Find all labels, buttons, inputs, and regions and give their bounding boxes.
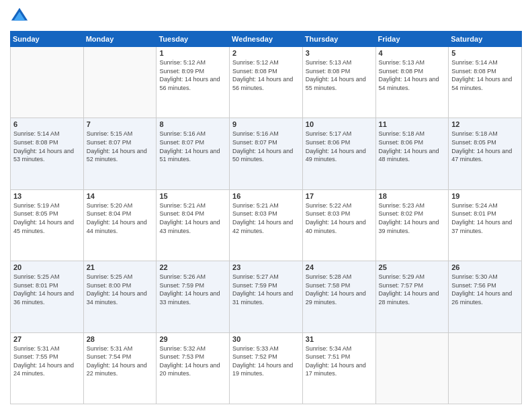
calendar-cell: 17Sunrise: 5:22 AMSunset: 8:03 PMDayligh… — [302, 189, 375, 261]
day-number: 17 — [306, 192, 373, 200]
day-info: Sunrise: 5:14 AMSunset: 8:08 PMDaylight:… — [13, 130, 81, 163]
calendar-cell: 8Sunrise: 5:16 AMSunset: 8:07 PMDaylight… — [157, 118, 230, 189]
daylight-text: Daylight: 14 hours and 43 minutes. — [159, 218, 226, 235]
daylight-text: Daylight: 14 hours and 54 minutes. — [379, 75, 446, 92]
day-info: Sunrise: 5:12 AMSunset: 8:09 PMDaylight:… — [159, 58, 226, 92]
weekday-header-saturday: Saturday — [449, 32, 522, 47]
day-info: Sunrise: 5:21 AMSunset: 8:04 PMDaylight:… — [159, 201, 226, 235]
calendar-cell: 20Sunrise: 5:25 AMSunset: 8:01 PMDayligh… — [11, 261, 84, 332]
daylight-text: Daylight: 14 hours and 49 minutes. — [306, 147, 373, 164]
day-number: 16 — [232, 192, 300, 200]
sunset-text: Sunset: 8:08 PM — [379, 67, 446, 76]
calendar-cell: 29Sunrise: 5:32 AMSunset: 7:53 PMDayligh… — [157, 332, 230, 404]
calendar-week-5: 27Sunrise: 5:31 AMSunset: 7:55 PMDayligh… — [11, 332, 522, 404]
calendar-cell: 18Sunrise: 5:23 AMSunset: 8:02 PMDayligh… — [375, 189, 449, 261]
calendar-cell: 19Sunrise: 5:24 AMSunset: 8:01 PMDayligh… — [449, 189, 522, 261]
daylight-text: Daylight: 14 hours and 56 minutes. — [232, 75, 300, 92]
day-info: Sunrise: 5:32 AMSunset: 7:53 PMDaylight:… — [159, 345, 226, 378]
sunset-text: Sunset: 8:03 PM — [306, 210, 373, 218]
sunrise-text: Sunrise: 5:16 AM — [232, 130, 300, 138]
daylight-text: Daylight: 14 hours and 37 minutes. — [451, 218, 519, 235]
daylight-text: Daylight: 14 hours and 28 minutes. — [379, 289, 446, 306]
weekday-header-monday: Monday — [83, 32, 157, 47]
daylight-text: Daylight: 14 hours and 56 minutes. — [159, 75, 226, 92]
daylight-text: Daylight: 14 hours and 22 minutes. — [87, 361, 154, 378]
calendar-cell — [375, 332, 449, 404]
day-number: 25 — [379, 263, 446, 271]
sunset-text: Sunset: 8:00 PM — [87, 281, 154, 290]
sunset-text: Sunset: 8:08 PM — [232, 67, 300, 76]
day-info: Sunrise: 5:28 AMSunset: 7:58 PMDaylight:… — [306, 273, 373, 306]
day-number: 21 — [87, 263, 154, 271]
sunset-text: Sunset: 8:07 PM — [232, 138, 300, 147]
day-number: 7 — [87, 120, 154, 128]
sunrise-text: Sunrise: 5:23 AM — [379, 201, 446, 210]
sunset-text: Sunset: 8:07 PM — [159, 138, 226, 147]
day-info: Sunrise: 5:21 AMSunset: 8:03 PMDaylight:… — [232, 201, 300, 235]
sunrise-text: Sunrise: 5:13 AM — [379, 58, 446, 67]
weekday-header-friday: Friday — [375, 32, 449, 47]
daylight-text: Daylight: 14 hours and 40 minutes. — [306, 218, 373, 235]
day-info: Sunrise: 5:16 AMSunset: 8:07 PMDaylight:… — [159, 130, 226, 163]
sunset-text: Sunset: 8:02 PM — [379, 210, 446, 218]
day-info: Sunrise: 5:22 AMSunset: 8:03 PMDaylight:… — [306, 201, 373, 235]
day-number: 6 — [13, 120, 81, 128]
weekday-header-tuesday: Tuesday — [157, 32, 230, 47]
sunrise-text: Sunrise: 5:12 AM — [232, 58, 300, 67]
day-info: Sunrise: 5:24 AMSunset: 8:01 PMDaylight:… — [451, 201, 519, 235]
sunset-text: Sunset: 8:07 PM — [87, 138, 154, 147]
day-info: Sunrise: 5:25 AMSunset: 8:01 PMDaylight:… — [13, 273, 81, 306]
sunrise-text: Sunrise: 5:31 AM — [87, 345, 154, 353]
calendar-cell — [83, 47, 157, 118]
calendar-cell: 21Sunrise: 5:25 AMSunset: 8:00 PMDayligh… — [83, 261, 157, 332]
daylight-text: Daylight: 14 hours and 31 minutes. — [232, 289, 300, 306]
sunset-text: Sunset: 7:51 PM — [306, 353, 373, 361]
sunset-text: Sunset: 7:59 PM — [232, 281, 300, 290]
sunset-text: Sunset: 7:52 PM — [232, 353, 300, 361]
day-number: 24 — [306, 263, 373, 271]
day-info: Sunrise: 5:18 AMSunset: 8:06 PMDaylight:… — [379, 130, 446, 163]
day-info: Sunrise: 5:31 AMSunset: 7:54 PMDaylight:… — [87, 345, 154, 378]
sunset-text: Sunset: 7:55 PM — [13, 353, 81, 361]
day-number: 22 — [159, 263, 226, 271]
logo-icon — [10, 7, 29, 26]
sunrise-text: Sunrise: 5:30 AM — [451, 273, 519, 281]
calendar-cell: 11Sunrise: 5:18 AMSunset: 8:06 PMDayligh… — [375, 118, 449, 189]
sunrise-text: Sunrise: 5:15 AM — [87, 130, 154, 138]
sunrise-text: Sunrise: 5:18 AM — [451, 130, 519, 138]
day-info: Sunrise: 5:25 AMSunset: 8:00 PMDaylight:… — [87, 273, 154, 306]
day-info: Sunrise: 5:30 AMSunset: 7:56 PMDaylight:… — [451, 273, 519, 306]
calendar-cell: 27Sunrise: 5:31 AMSunset: 7:55 PMDayligh… — [11, 332, 84, 404]
sunset-text: Sunset: 8:08 PM — [451, 67, 519, 76]
daylight-text: Daylight: 14 hours and 54 minutes. — [451, 75, 519, 92]
sunset-text: Sunset: 8:04 PM — [87, 210, 154, 218]
calendar-cell: 9Sunrise: 5:16 AMSunset: 8:07 PMDaylight… — [230, 118, 303, 189]
weekday-header-thursday: Thursday — [302, 32, 375, 47]
page: SundayMondayTuesdayWednesdayThursdayFrid… — [0, 0, 532, 411]
day-info: Sunrise: 5:20 AMSunset: 8:04 PMDaylight:… — [87, 201, 154, 235]
day-info: Sunrise: 5:12 AMSunset: 8:08 PMDaylight:… — [232, 58, 300, 92]
day-number: 8 — [159, 120, 226, 128]
day-info: Sunrise: 5:27 AMSunset: 7:59 PMDaylight:… — [232, 273, 300, 306]
day-info: Sunrise: 5:15 AMSunset: 8:07 PMDaylight:… — [87, 130, 154, 163]
day-number: 27 — [13, 335, 81, 343]
sunrise-text: Sunrise: 5:21 AM — [232, 201, 300, 210]
sunrise-text: Sunrise: 5:14 AM — [451, 58, 519, 67]
calendar-table: SundayMondayTuesdayWednesdayThursdayFrid… — [10, 31, 522, 404]
day-number: 3 — [306, 49, 373, 57]
daylight-text: Daylight: 14 hours and 42 minutes. — [232, 218, 300, 235]
day-info: Sunrise: 5:17 AMSunset: 8:06 PMDaylight:… — [306, 130, 373, 163]
sunset-text: Sunset: 7:59 PM — [159, 281, 226, 290]
calendar-cell: 26Sunrise: 5:30 AMSunset: 7:56 PMDayligh… — [449, 261, 522, 332]
calendar-cell: 15Sunrise: 5:21 AMSunset: 8:04 PMDayligh… — [157, 189, 230, 261]
sunset-text: Sunset: 7:53 PM — [159, 353, 226, 361]
calendar-week-4: 20Sunrise: 5:25 AMSunset: 8:01 PMDayligh… — [11, 261, 522, 332]
day-number: 28 — [87, 335, 154, 343]
daylight-text: Daylight: 14 hours and 29 minutes. — [306, 289, 373, 306]
sunrise-text: Sunrise: 5:29 AM — [379, 273, 446, 281]
day-number: 29 — [159, 335, 226, 343]
sunrise-text: Sunrise: 5:28 AM — [306, 273, 373, 281]
logo — [10, 7, 32, 26]
calendar-cell: 10Sunrise: 5:17 AMSunset: 8:06 PMDayligh… — [302, 118, 375, 189]
sunset-text: Sunset: 8:08 PM — [306, 67, 373, 76]
